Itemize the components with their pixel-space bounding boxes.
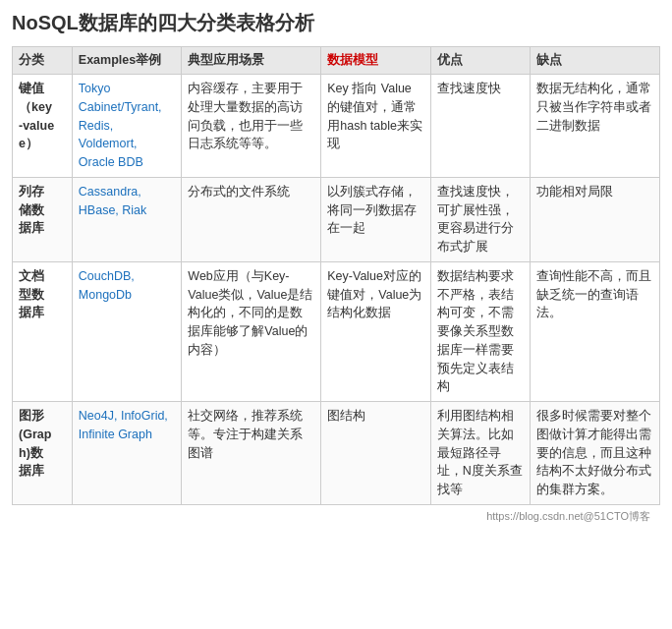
table-header-row: 分类Examples举例典型应用场景数据模型优点缺点 — [13, 47, 660, 75]
table-row: 键值 （key -value e）Tokyo Cabinet/Tyrant, R… — [13, 75, 660, 178]
page-title: NoSQL数据库的四大分类表格分析 — [12, 10, 660, 36]
table-row: 文档 型数 据库CouchDB, MongoDbWeb应用（与Key-Value… — [13, 261, 660, 401]
table-row: 列存 储数 据库Cassandra, HBase, Riak分布式的文件系统以列… — [13, 177, 660, 261]
table-body: 键值 （key -value e）Tokyo Cabinet/Tyrant, R… — [13, 75, 660, 505]
watermark: https://blog.csdn.net@51CTO博客 — [12, 509, 660, 524]
nosql-table: 分类Examples举例典型应用场景数据模型优点缺点 键值 （key -valu… — [12, 46, 660, 505]
table-row: 图形 (Grap h)数 据库Neo4J, InfoGrid, Infinite… — [13, 402, 660, 505]
